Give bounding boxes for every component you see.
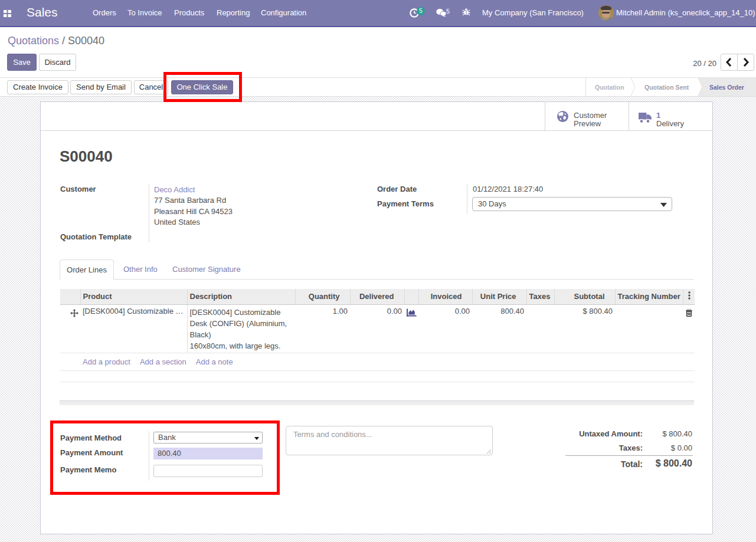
svg-text:Sales Order: Sales Order (709, 84, 744, 91)
svg-text:Quotation: Quotation (595, 84, 624, 91)
svg-text:Quotation Sent: Quotation Sent (644, 84, 689, 91)
